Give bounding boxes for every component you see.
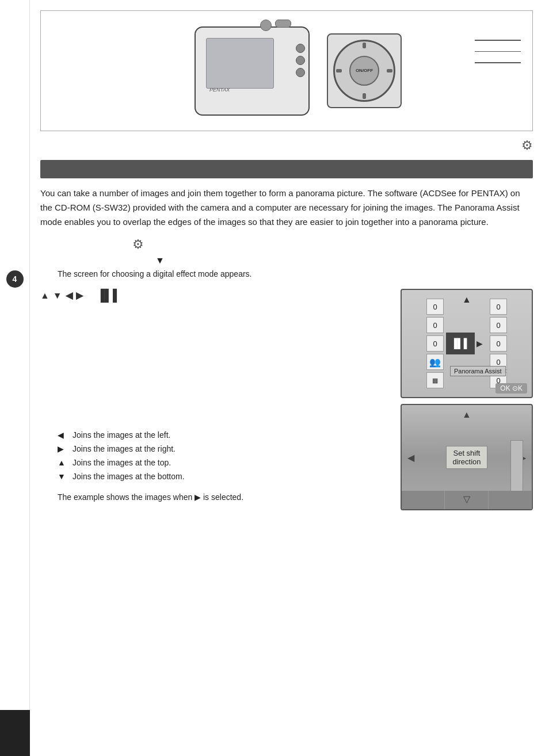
bullet-arrow-bottom: ▼ <box>58 470 68 484</box>
bullet-list: ◀ Joins the images at the left. ▶ Joins … <box>58 429 387 483</box>
diagram-line-bar-2 <box>475 51 521 52</box>
example-line: The example shows the images when ▶ is s… <box>58 492 387 502</box>
mode-dial-box: ON/OFF <box>327 33 402 108</box>
bullet-arrow-right: ▶ <box>58 442 68 456</box>
diagram-lines <box>475 40 521 63</box>
bullet-item-bottom: ▼ Joins the images at the bottom. <box>58 470 387 484</box>
bullet-arrow-left: ◀ <box>58 429 68 442</box>
screen-top-inner: ▲ 0 0 0 👥 ▦ ▐▌▌ ▶ Panoram <box>402 290 532 397</box>
diagram-line-bar-3 <box>475 62 521 63</box>
arrow-left-icon: ◀ <box>66 290 73 301</box>
icon-cell-r3: 0 <box>490 335 507 352</box>
bullet-item-right: ▶ Joins the images at the right. <box>58 442 387 456</box>
screen-bottom-up-arrow: ▲ <box>462 410 471 420</box>
camera-diagram-inner: PENTAX ON/OFF <box>41 11 532 131</box>
diagram-line-2 <box>475 51 521 52</box>
dial-notch-left <box>336 69 342 72</box>
camera-screen <box>206 38 274 89</box>
page-number-badge: 4 <box>6 270 24 288</box>
bullet-text-left: Joins the images at the left. <box>73 429 170 442</box>
arrow-right-icon: ▶ <box>76 290 83 301</box>
panorama-assist-label: Panorama Assist <box>450 366 506 376</box>
camera-diagram-box: PENTAX ON/OFF <box>40 10 533 131</box>
dial-notch-top <box>363 43 366 48</box>
top-screen-box: ▲ 0 0 0 👥 ▦ ▐▌▌ ▶ Panoram <box>401 289 533 398</box>
step-camera-icon: ⚙ <box>132 237 144 251</box>
dial-notch-right <box>387 69 392 72</box>
arrow-down-icon: ▼ <box>53 291 62 301</box>
screen-bottom-down-arrow: ▽ <box>463 494 470 505</box>
arrow-up-icon: ▲ <box>40 291 49 301</box>
bullet-text-right: Joins the images at the right. <box>73 442 176 456</box>
camera-mode-button <box>275 20 291 28</box>
camera-ctrl-btn-2 <box>296 56 305 65</box>
main-content: PENTAX ON/OFF <box>30 0 549 756</box>
screen-appears-text: The screen for choosing a digital effect… <box>58 269 533 278</box>
icon-cell-r1: 0 <box>490 299 507 315</box>
camera-shutter-button <box>260 20 272 31</box>
bottom-black-bar <box>0 710 30 756</box>
diagram-line-bar-1 <box>475 40 521 41</box>
bullet-arrow-top: ▲ <box>58 456 68 470</box>
bottom-screen-box: ▲ ◀ ▶ Set shiftdirection ▽ <box>401 404 533 510</box>
icon-cell-2: 0 <box>426 317 444 333</box>
camera-ctrl-btn-3 <box>296 68 305 77</box>
right-column: ▲ 0 0 0 👥 ▦ ▐▌▌ ▶ Panoram <box>401 289 533 510</box>
section-header-bar <box>40 160 533 178</box>
bullet-text-top: Joins the images at the top. <box>73 456 171 470</box>
panorama-inline-icon: ▐▌▌ <box>97 289 121 302</box>
intro-text: You can take a number of images and join… <box>40 186 533 229</box>
diagram-line-3 <box>475 62 521 63</box>
icon-cell-people: 👥 <box>426 354 444 370</box>
camera-body: PENTAX <box>195 26 310 116</box>
bullet-item-top: ▲ Joins the images at the top. <box>58 456 387 470</box>
screen-ok-bar: OK ⊙K <box>495 383 527 394</box>
panorama-icon-text: ▐▌▌ <box>451 338 470 349</box>
camera-section-icon: ⚙ <box>521 138 533 153</box>
down-arrow: ▼ <box>155 255 533 266</box>
mode-dial: ON/OFF <box>333 40 395 102</box>
set-shift-direction-label: Set shiftdirection <box>446 446 487 469</box>
nav-arrows-line: ▲ ▼ ◀ ▶ ▐▌▌ <box>40 289 387 302</box>
dial-notch-bottom <box>363 93 366 99</box>
panorama-right-arrow: ▶ <box>476 339 483 348</box>
screen-bottom-inner: ▲ ◀ ▶ Set shiftdirection ▽ <box>402 405 532 509</box>
camera-top-buttons <box>260 20 291 31</box>
bullet-text-bottom: Joins the images at the bottom. <box>73 470 185 484</box>
mode-dial-inner: ON/OFF <box>349 56 379 86</box>
strip-rect-1 <box>402 491 445 509</box>
left-icon-column: 0 0 0 👥 ▦ <box>426 299 444 388</box>
camera-ctrl-btn-1 <box>296 44 305 53</box>
left-column: ▲ ▼ ◀ ▶ ▐▌▌ ◀ Joins the images at the le… <box>40 289 387 510</box>
two-col-section: ▲ ▼ ◀ ▶ ▐▌▌ ◀ Joins the images at the le… <box>40 289 533 510</box>
bullet-item-left: ◀ Joins the images at the left. <box>58 429 387 442</box>
center-panorama-icon: ▐▌▌ ▶ <box>446 333 475 354</box>
icon-cell-1: 0 <box>426 299 444 315</box>
screen-bottom-left-arrow: ◀ <box>407 452 414 463</box>
icon-cell-r2: 0 <box>490 317 507 333</box>
icon-cell-grid: ▦ <box>426 372 444 388</box>
pentax-label: PENTAX <box>209 87 230 93</box>
left-sidebar: 4 <box>0 0 30 756</box>
diagram-line-1 <box>475 40 521 41</box>
screen-top-up-arrow: ▲ <box>462 295 471 305</box>
camera-right-controls <box>296 44 305 77</box>
strip-rect-3 <box>489 491 532 509</box>
icon-cell-3: 0 <box>426 335 444 352</box>
screen-bottom-tall-rect <box>510 440 523 492</box>
